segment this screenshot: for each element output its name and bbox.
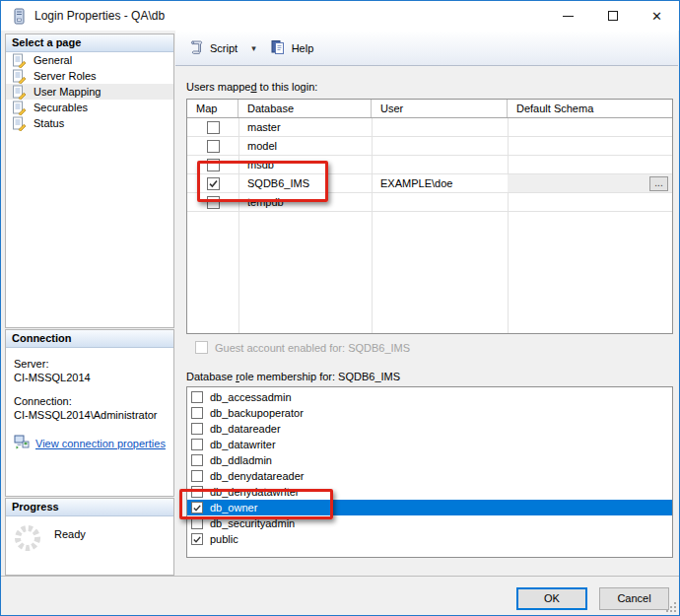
progress-spinner-icon — [13, 523, 42, 555]
minimize-button[interactable] — [546, 1, 590, 31]
ok-button[interactable]: OK — [516, 587, 587, 610]
role-label: db_datawriter — [210, 439, 276, 450]
database-cell: tempdb — [238, 193, 372, 211]
default-schema-cell — [508, 193, 672, 211]
checkbox[interactable] — [207, 177, 220, 190]
checkbox[interactable] — [207, 140, 220, 153]
script-button[interactable]: Script — [183, 36, 242, 60]
role-membership-label: Database role membership for: SQDB6_IMS — [186, 371, 400, 382]
role-label: db_datareader — [210, 423, 281, 435]
role-label: db_ddladmin — [210, 454, 272, 466]
user-cell — [372, 193, 508, 211]
users-mapped-label: Users mapped to this login: — [186, 81, 317, 93]
minimize-icon — [563, 16, 574, 17]
browse-schema-button[interactable]: ... — [649, 176, 668, 191]
progress-status: Ready — [54, 528, 86, 540]
default-schema-cell — [508, 137, 672, 155]
column-header-map: Map — [187, 100, 238, 117]
checkbox[interactable] — [191, 486, 203, 498]
role-label: public — [210, 533, 238, 545]
checkbox[interactable] — [191, 470, 203, 482]
role-row-db-denydatawriter[interactable]: db_denydatawriter — [187, 484, 672, 500]
column-header-user: User — [372, 100, 508, 117]
role-label: db_securityadmin — [210, 517, 295, 529]
progress-header: Progress — [6, 499, 173, 516]
sidebar-item-securables[interactable]: Securables — [6, 100, 173, 115]
sidebar-item-server-roles[interactable]: Server Roles — [6, 68, 173, 84]
user-cell — [372, 156, 508, 173]
checkbox[interactable] — [191, 407, 203, 419]
user-cell — [372, 118, 508, 136]
connection-value: CI-MSSQL2014\Administrator — [14, 408, 166, 422]
page-icon — [12, 53, 27, 68]
role-row-db-datawriter[interactable]: db_datawriter — [187, 437, 672, 452]
sidebar-item-general[interactable]: General — [6, 52, 173, 68]
user-mapping-row-master[interactable]: master — [187, 118, 672, 137]
checkbox[interactable] — [191, 454, 203, 466]
map-cell — [187, 193, 238, 211]
checkbox[interactable] — [191, 391, 203, 403]
checkbox[interactable] — [207, 159, 220, 171]
default-schema-cell — [508, 118, 672, 136]
resize-grip[interactable] — [664, 600, 676, 612]
role-row-db-datareader[interactable]: db_datareader — [187, 421, 672, 437]
checkbox[interactable] — [207, 196, 220, 209]
help-icon — [270, 39, 287, 57]
login-properties-dialog: Login Properties - QA\db ✕ Select a page… — [0, 0, 680, 616]
server-value: CI-MSSQL2014 — [14, 371, 166, 384]
help-button[interactable]: Help — [265, 36, 319, 60]
titlebar: Login Properties - QA\db ✕ — [1, 1, 679, 31]
user-mapping-row-msdb[interactable]: msdb — [187, 156, 672, 174]
sidebar-item-user-mapping[interactable]: User Mapping — [6, 84, 173, 100]
maximize-icon — [608, 11, 618, 21]
window-title: Login Properties - QA\db — [34, 9, 165, 23]
grid-header: Map Database User Default Schema — [187, 100, 672, 118]
sidebar-item-label: Server Roles — [34, 70, 97, 82]
column-header-default-schema: Default Schema — [508, 100, 672, 117]
map-cell — [187, 174, 238, 192]
select-page-panel: Select a page General Server Roles User … — [5, 34, 174, 328]
role-row-db-owner[interactable]: db_owner — [187, 500, 672, 515]
user-mapping-row-model[interactable]: model — [187, 137, 672, 156]
default-schema-cell: ... — [508, 174, 672, 192]
user-mapping-row-tempdb[interactable]: tempdb — [187, 193, 672, 212]
sidebar-item-status[interactable]: Status — [6, 115, 173, 131]
role-row-public[interactable]: public — [187, 531, 672, 547]
footer-divider — [1, 576, 679, 577]
sidebar-item-label: Status — [34, 117, 64, 129]
checkbox[interactable] — [191, 439, 203, 450]
maximize-button[interactable] — [590, 1, 635, 31]
checkbox[interactable] — [191, 517, 203, 529]
role-row-db-securityadmin[interactable]: db_securityadmin — [187, 515, 672, 531]
map-cell — [187, 118, 238, 136]
connection-panel: Connection Server: CI-MSSQL2014 Connecti… — [5, 329, 174, 497]
progress-panel: Progress Ready — [5, 498, 174, 576]
role-row-db-denydatareader[interactable]: db_denydatareader — [187, 468, 672, 484]
default-schema-cell — [508, 156, 672, 173]
role-row-db-accessadmin[interactable]: db_accessadmin — [187, 389, 672, 405]
select-page-header: Select a page — [6, 34, 173, 52]
role-row-db-backupoperator[interactable]: db_backupoperator — [187, 405, 672, 421]
script-label: Script — [210, 42, 238, 54]
page-icon — [12, 85, 27, 100]
role-row-db-ddladmin[interactable]: db_ddladmin — [187, 452, 672, 468]
close-button[interactable]: ✕ — [635, 1, 679, 31]
checkbox[interactable] — [191, 533, 203, 545]
user-mapping-row-sqdb6-ims[interactable]: SQDB6_IMS EXAMPLE\doe ... — [187, 174, 672, 193]
sidebar-item-label: User Mapping — [34, 86, 101, 98]
view-connection-properties-link[interactable]: View connection properties — [35, 438, 166, 449]
database-cell: model — [238, 137, 372, 155]
sidebar-item-label: Securables — [34, 102, 88, 113]
checkbox[interactable] — [191, 502, 203, 513]
guest-account-row: Guest account enabled for: SQDB6_IMS — [188, 341, 410, 354]
cancel-button[interactable]: Cancel — [599, 587, 669, 610]
role-label: db_backupoperator — [210, 407, 304, 419]
checkbox[interactable] — [191, 423, 203, 435]
script-dropdown-caret[interactable]: ▾ — [248, 43, 259, 53]
help-label: Help — [292, 42, 314, 54]
guest-account-checkbox[interactable] — [195, 341, 208, 354]
server-login-icon — [13, 8, 26, 25]
connection-header: Connection — [6, 330, 173, 348]
checkbox[interactable] — [207, 121, 220, 134]
user-cell: EXAMPLE\doe — [372, 174, 508, 192]
